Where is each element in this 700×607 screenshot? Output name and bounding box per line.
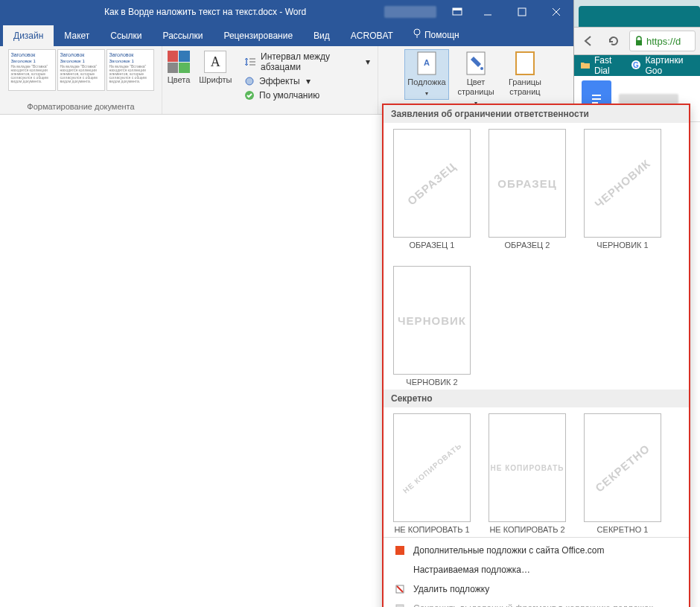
- tab-mailings[interactable]: Рассылки: [153, 25, 214, 46]
- tab-review[interactable]: Рецензирование: [213, 25, 303, 46]
- spacing-icon: [244, 57, 256, 67]
- minimize-button[interactable]: [471, 0, 505, 24]
- watermark-text: СЕКРЕТНО: [593, 442, 652, 495]
- watermark-gallery-item[interactable]: ОБРАЗЕЦОБРАЗЕЦ 2: [486, 129, 568, 250]
- page-borders-icon: [513, 51, 537, 76]
- tab-view[interactable]: Вид: [303, 25, 340, 46]
- tell-me-search[interactable]: Помощн: [404, 23, 468, 46]
- gallery-menu: Дополнительные подложки с сайта Office.c…: [384, 537, 689, 607]
- maximize-button[interactable]: [505, 0, 539, 24]
- svg-rect-19: [395, 546, 404, 555]
- watermark-gallery-item[interactable]: НЕ КОПИРОВАТЬНЕ КОПИРОВАТЬ 2: [486, 413, 568, 534]
- style-set-thumb[interactable]: Заголовок Заголовок 1 На вкладке "Вставк…: [106, 49, 154, 91]
- svg-rect-23: [636, 40, 642, 45]
- watermark-gallery: Заявления об ограничении ответственности…: [383, 104, 690, 607]
- fonts-icon: A: [204, 51, 226, 73]
- tab-design[interactable]: Дизайн: [3, 25, 54, 46]
- style-set-thumb[interactable]: Заголовок Заголовок 1 На вкладке "Вставк…: [8, 49, 56, 91]
- browser-tabstrip: [574, 0, 700, 27]
- svg-point-12: [246, 77, 253, 85]
- colors-button[interactable]: Цвета: [165, 49, 194, 103]
- watermark-icon: A: [415, 51, 439, 76]
- save-icon: [394, 603, 406, 607]
- watermark-preview: ЧЕРНОВИК: [584, 129, 661, 238]
- reload-button[interactable]: [604, 31, 623, 51]
- watermark-text: ЧЕРНОВИК: [592, 156, 652, 210]
- watermark-text: НЕ КОПИРОВАТЬ: [401, 441, 463, 495]
- watermark-label: ОБРАЗЕЦ 2: [505, 241, 550, 250]
- tab-layout[interactable]: Макет: [54, 25, 100, 46]
- watermark-preview: СЕКРЕТНО: [584, 413, 661, 522]
- remove-icon: [394, 583, 406, 595]
- check-icon: [244, 90, 255, 101]
- tell-me-label: Помощн: [424, 30, 459, 40]
- folder-icon: [580, 60, 591, 71]
- bookmark-fastdial[interactable]: Fast Dial: [580, 55, 623, 76]
- titlebar: Как в Ворде наложить текст на текст.docx…: [0, 0, 573, 24]
- watermark-gallery-item[interactable]: ЧЕРНОВИКЧЕРНОВИК 1: [582, 129, 664, 250]
- watermark-preview: ОБРАЗЕЦ: [489, 129, 566, 238]
- address-bar[interactable]: https://d: [629, 31, 696, 51]
- watermark-button[interactable]: A Подложка ▾: [404, 49, 449, 100]
- window-title: Как в Ворде наложить текст на текст.docx…: [104, 7, 306, 17]
- watermark-gallery-item[interactable]: ОБРАЗЕЦОБРАЗЕЦ 1: [391, 129, 473, 250]
- gallery-section-header: Заявления об ограничении ответственности: [384, 105, 689, 123]
- close-button[interactable]: [539, 0, 573, 24]
- more-watermarks-item[interactable]: Дополнительные подложки с сайта Office.c…: [384, 541, 689, 560]
- chevron-down-icon: ▾: [425, 89, 428, 98]
- url-text: https://d: [646, 36, 681, 47]
- remove-watermark-item[interactable]: Удалить подложку: [384, 579, 689, 599]
- fonts-button[interactable]: A Шрифты: [196, 49, 235, 103]
- svg-point-17: [480, 67, 483, 70]
- ribbon-group-label: Форматирование документа: [4, 101, 157, 112]
- watermark-gallery-item[interactable]: НЕ КОПИРОВАТЬНЕ КОПИРОВАТЬ 1: [391, 413, 473, 534]
- watermark-label: ЧЕРНОВИК 2: [406, 378, 457, 387]
- svg-rect-3: [518, 8, 526, 16]
- effects-icon: [244, 76, 255, 86]
- page-color-button[interactable]: Цвет страницы ▾: [454, 49, 498, 109]
- watermark-label: СЕКРЕТНО 1: [597, 525, 649, 534]
- watermark-gallery-item[interactable]: СЕКРЕТНОСЕКРЕТНО 1: [582, 413, 664, 534]
- blank-icon: [394, 564, 406, 576]
- paragraph-spacing-button[interactable]: Интервал между абзацами▾: [241, 51, 373, 73]
- watermark-preview: НЕ КОПИРОВАТЬ: [489, 413, 566, 522]
- custom-watermark-item[interactable]: Настраиваемая подложка…: [384, 560, 689, 579]
- chevron-down-icon: ▾: [306, 76, 311, 86]
- save-selection-item: Сохранить выделенный фрагмент в коллекци…: [384, 599, 689, 607]
- watermark-preview: НЕ КОПИРОВАТЬ: [393, 413, 471, 522]
- titlebar-controls: [377, 6, 471, 18]
- watermark-label: НЕ КОПИРОВАТЬ 1: [394, 525, 469, 534]
- svg-rect-18: [516, 52, 534, 74]
- set-as-default-button[interactable]: По умолчанию: [241, 89, 373, 101]
- svg-point-6: [414, 29, 420, 35]
- watermark-gallery-item[interactable]: ЧЕРНОВИКЧЕРНОВИК 2: [391, 266, 473, 387]
- ribbon-display-options-icon[interactable]: [451, 6, 463, 18]
- watermark-label: ЧЕРНОВИК 1: [596, 241, 648, 250]
- lock-icon: [634, 36, 643, 46]
- watermark-preview: ЧЕРНОВИК: [393, 266, 471, 375]
- page-color-icon: [464, 51, 488, 76]
- effects-button[interactable]: Эффекты▾: [241, 75, 373, 87]
- bookmarks-bar: Fast Dial G Картинки Goo: [574, 55, 700, 76]
- office-icon: [394, 544, 406, 556]
- colors-icon: [168, 51, 190, 73]
- watermark-label: НЕ КОПИРОВАТЬ 2: [489, 525, 564, 534]
- back-button[interactable]: [579, 31, 598, 51]
- tab-links[interactable]: Ссылки: [100, 25, 152, 46]
- gallery-section-header: Секретно: [384, 390, 689, 407]
- page-borders-button[interactable]: Границы страниц: [503, 49, 547, 98]
- style-set-thumb[interactable]: Заголовок Заголовок 1 На вкладке "Вставк…: [57, 49, 105, 91]
- watermark-text: ЧЕРНОВИК: [398, 314, 466, 327]
- ribbon-group-formatting: Заголовок Заголовок 1 На вкладке "Вставк…: [0, 46, 162, 114]
- ribbon-spacing-group: Интервал между абзацами▾ Эффекты▾ По умо…: [237, 46, 378, 114]
- browser-tab[interactable]: [579, 6, 700, 27]
- google-icon: G: [631, 60, 641, 72]
- ribbon-colors-fonts: Цвета A Шрифты: [162, 46, 237, 114]
- svg-rect-1: [453, 8, 462, 10]
- ribbon-tabs: Дизайн Макет Ссылки Рассылки Рецензирова…: [0, 24, 573, 46]
- account-name-blurred: [384, 6, 436, 18]
- watermark-text: ОБРАЗЕЦ: [497, 177, 556, 190]
- docs-title-blurred: [619, 94, 678, 104]
- bookmark-google-images[interactable]: G Картинки Goo: [631, 55, 694, 76]
- tab-acrobat[interactable]: ACROBAT: [340, 25, 404, 46]
